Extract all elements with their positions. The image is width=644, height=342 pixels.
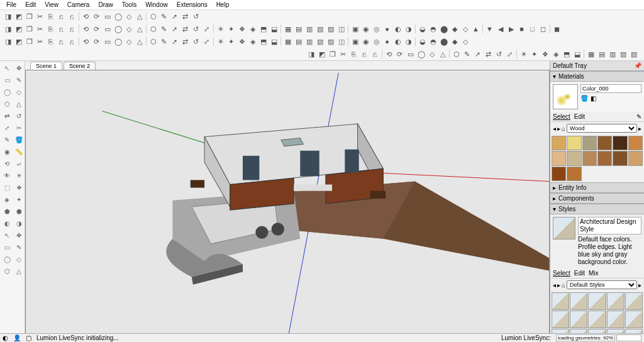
toolbar-icon[interactable]: ⇄ xyxy=(180,11,191,21)
toolbar-icon[interactable]: ◨ xyxy=(3,24,13,34)
nav-fwd-icon[interactable]: ▸ xyxy=(557,282,560,289)
toolbar-icon[interactable]: ✂ xyxy=(35,11,45,21)
toolbar-icon[interactable]: ◐ xyxy=(392,36,403,47)
toolbar-icon[interactable]: ▦ xyxy=(282,36,293,47)
toolbar-icon[interactable]: ◈ xyxy=(247,24,258,34)
left-tool-icon[interactable]: ↖ xyxy=(1,62,13,74)
menu-view[interactable]: View xyxy=(41,1,62,9)
toolbar-icon[interactable]: ⬡ xyxy=(148,11,158,21)
scene-tab-1[interactable]: Scene 1 xyxy=(30,62,62,70)
toolbar-icon[interactable]: ❐ xyxy=(24,11,35,21)
toolbar-icon[interactable]: ◎ xyxy=(371,24,382,34)
status-icon-3[interactable]: ▢ xyxy=(26,334,31,341)
toolbar-icon[interactable]: ■ xyxy=(516,24,527,34)
toolbar-icon[interactable]: ⟳ xyxy=(394,49,405,59)
toolbar-icon[interactable]: ▦ xyxy=(282,24,293,34)
toolbar-icon[interactable]: ⎌ xyxy=(67,11,77,21)
toolbar-icon[interactable]: ✂ xyxy=(35,36,45,47)
left-tool-icon[interactable]: ⇄ xyxy=(1,110,13,121)
details-icon[interactable]: ▸ xyxy=(638,282,641,289)
toolbar-icon[interactable]: ◨ xyxy=(306,49,316,59)
toolbar-icon[interactable]: ⤢ xyxy=(504,49,515,59)
materials-panel-header[interactable]: ▾ Materials xyxy=(550,71,644,82)
toolbar-icon[interactable]: ⇄ xyxy=(483,49,494,59)
create-material-icon[interactable]: ◧ xyxy=(591,95,599,104)
scene-tab-2[interactable]: Scene 2 xyxy=(64,62,96,70)
left-tool-icon[interactable]: ↺ xyxy=(13,110,25,121)
styles-tab-edit[interactable]: Edit xyxy=(574,270,585,277)
style-preview-thumb[interactable] xyxy=(553,217,575,240)
material-swatch[interactable] xyxy=(552,136,566,150)
toolbar-icon[interactable]: ▥ xyxy=(304,36,314,47)
toolbar-icon[interactable]: ◒ xyxy=(417,24,428,34)
toolbar-icon[interactable]: ❐ xyxy=(327,49,338,59)
toolbar-icon[interactable]: ▭ xyxy=(102,24,113,34)
toolbar-icon[interactable]: ◇ xyxy=(460,36,470,47)
left-tool-icon[interactable]: ⤢ xyxy=(1,122,13,133)
toolbar-icon[interactable]: ◈ xyxy=(247,36,258,47)
toolbar-icon[interactable]: ⬡ xyxy=(148,36,158,47)
left-tool-icon[interactable]: 🪣 xyxy=(13,134,25,145)
toolbar-icon[interactable]: ◉ xyxy=(360,24,371,34)
toolbar-icon[interactable]: ⟲ xyxy=(384,49,394,59)
toolbar-icon[interactable]: △ xyxy=(134,24,145,34)
menu-help[interactable]: Help xyxy=(213,1,233,9)
left-tool-icon[interactable]: ✥ xyxy=(13,62,25,74)
toolbar-icon[interactable]: ⎌ xyxy=(359,49,370,59)
toolbar-icon[interactable]: ⬡ xyxy=(148,24,158,34)
toolbar-icon[interactable]: ◫ xyxy=(336,24,347,34)
style-thumb[interactable] xyxy=(625,292,643,310)
left-tool-icon[interactable]: ◯ xyxy=(1,86,13,97)
style-thumb[interactable] xyxy=(607,311,625,328)
toolbar-icon[interactable]: △ xyxy=(134,36,145,47)
toolbar-icon[interactable]: ▧ xyxy=(618,49,628,59)
toolbar-icon[interactable]: ❖ xyxy=(236,36,247,47)
left-tool-icon[interactable]: ◉ xyxy=(1,146,13,157)
toolbar-icon[interactable]: ◯ xyxy=(113,36,123,47)
toolbar-icon[interactable]: ◇ xyxy=(460,24,470,34)
toolbar-icon[interactable]: ⟲ xyxy=(80,24,91,34)
style-thumb[interactable] xyxy=(570,311,587,328)
toolbar-icon[interactable]: ➚ xyxy=(169,36,180,47)
left-tool-icon[interactable]: 📏 xyxy=(13,146,25,157)
toolbar-icon[interactable]: ↺ xyxy=(191,24,201,34)
toolbar-icon[interactable]: ◓ xyxy=(428,24,438,34)
toolbar-icon[interactable]: ◈ xyxy=(550,49,561,59)
material-swatch[interactable] xyxy=(613,136,627,150)
toolbar-icon[interactable]: ◩ xyxy=(13,11,24,21)
toolbar-icon[interactable]: ◉ xyxy=(360,36,371,47)
menu-draw[interactable]: Draw xyxy=(94,1,116,9)
left-tool-icon[interactable]: ⤾ xyxy=(13,158,25,169)
toolbar-icon[interactable]: ✎ xyxy=(158,24,169,34)
left-tool-icon[interactable]: ✥ xyxy=(13,229,25,241)
materials-tab-edit[interactable]: Edit xyxy=(574,113,585,120)
toolbar-icon[interactable]: ◇ xyxy=(123,11,134,21)
toolbar-icon[interactable]: ⬓ xyxy=(572,49,582,59)
toolbar-icon[interactable]: ❖ xyxy=(540,49,550,59)
toolbar-icon[interactable]: ◇ xyxy=(123,36,134,47)
toolbar-icon[interactable]: ⎘ xyxy=(45,11,56,21)
left-tool-icon[interactable]: ✎ xyxy=(1,134,13,145)
toolbar-icon[interactable]: ▭ xyxy=(405,49,416,59)
style-thumb[interactable] xyxy=(570,292,587,310)
left-tool-icon[interactable]: ▭ xyxy=(1,241,13,253)
toolbar-icon[interactable]: ◼ xyxy=(552,24,562,34)
material-swatch[interactable] xyxy=(552,151,566,165)
menu-file[interactable]: File xyxy=(3,1,20,9)
left-tool-icon[interactable]: ✂ xyxy=(13,122,25,133)
toolbar-icon[interactable]: ◯ xyxy=(113,24,123,34)
toolbar-icon[interactable]: ▤ xyxy=(293,24,304,34)
toolbar-icon[interactable]: ⬒ xyxy=(258,24,269,34)
menu-tools[interactable]: Tools xyxy=(118,1,140,9)
toolbar-icon[interactable]: ◑ xyxy=(403,24,414,34)
paint-bucket-icon[interactable]: 🪣 xyxy=(580,95,589,104)
toolbar-icon[interactable]: ⎌ xyxy=(56,36,67,47)
toolbar-icon[interactable]: ● xyxy=(382,24,392,34)
toolbar-icon[interactable]: ↺ xyxy=(191,11,201,21)
toolbar-icon[interactable]: ⎘ xyxy=(45,24,56,34)
toolbar-icon[interactable]: ▤ xyxy=(293,36,304,47)
toolbar-icon[interactable]: ⎌ xyxy=(67,24,77,34)
toolbar-icon[interactable]: ➚ xyxy=(169,24,180,34)
left-tool-icon[interactable]: ⬡ xyxy=(1,265,13,277)
left-tool-icon[interactable]: ◇ xyxy=(13,86,25,97)
